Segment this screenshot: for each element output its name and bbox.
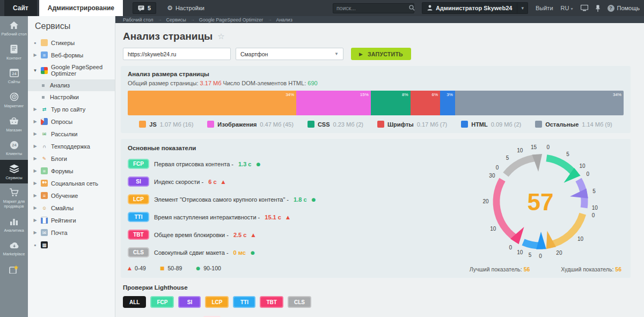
search-input[interactable] xyxy=(336,5,409,11)
bar-segment-js: 34% xyxy=(128,91,296,115)
menu-item-социальная-сеть[interactable]: ▶Социальная сеть xyxy=(28,177,115,189)
polls-icon xyxy=(41,118,48,125)
metric-badge-cls: CLS xyxy=(128,247,149,257)
menu-item-label: Настройки xyxy=(50,94,79,100)
menu-item-обучение[interactable]: ▶≡Обучение xyxy=(28,189,115,202)
breadcrumb-link[interactable]: Сервисы xyxy=(166,17,186,23)
url-input[interactable] xyxy=(123,48,231,60)
gauge-tick-label: 30 xyxy=(489,173,495,179)
expand-arrow-icon[interactable]: ▶ xyxy=(33,181,38,186)
sidebar-item-shop[interactable]: Магазин xyxy=(0,112,28,136)
tour-icon: ⇄ xyxy=(41,106,48,113)
device-select[interactable]: Смартфон ▼ xyxy=(236,48,343,60)
menu-item-почта[interactable]: ▶✉Почта xyxy=(28,226,115,239)
run-button[interactable]: ▶ ЗАПУСТИТЬ xyxy=(351,48,411,60)
tab-site[interactable]: Сайт xyxy=(4,0,37,16)
favorite-star-icon[interactable]: ☆ xyxy=(217,32,224,41)
sidebar-item-analytics[interactable]: Аналитика xyxy=(0,212,28,237)
gauge-tick-label: 10 xyxy=(517,249,523,255)
home-icon xyxy=(9,20,19,31)
menu-item-label: Рассылки xyxy=(51,131,77,137)
gauge-pointer-cls xyxy=(532,154,543,172)
metric-label: Элемент "Отрисовка самого крупного конте… xyxy=(154,196,289,203)
collapse-arrow-icon[interactable]: ▼ xyxy=(33,68,38,73)
expand-arrow-icon[interactable]: ▶ xyxy=(33,230,38,235)
sidebar-item-content[interactable]: Контент xyxy=(0,40,28,64)
svg-text:24: 24 xyxy=(12,143,17,148)
menu-item-опросы[interactable]: ▶Опросы xyxy=(28,115,115,128)
menu-item-google-pagespeed-optimizer[interactable]: ▼Google PageSpeed Optimizer xyxy=(28,61,115,79)
expand-arrow-icon[interactable]: ▶ xyxy=(33,131,38,136)
menu-item-анализ[interactable]: Анализ xyxy=(28,79,115,91)
user-caret-icon[interactable]: ▾ xyxy=(517,3,528,13)
menu-item-label: Форумы xyxy=(51,168,73,174)
sidebar-item-home[interactable]: Рабочий стол xyxy=(0,16,28,40)
menu-item-рассылки[interactable]: ▶✉Рассылки xyxy=(28,128,115,140)
expand-arrow-icon[interactable]: ▶ xyxy=(33,144,38,149)
filter-pill-si[interactable]: SI xyxy=(178,296,201,308)
message-icon xyxy=(138,5,144,11)
menu-item-форумы[interactable]: ▶≡Форумы xyxy=(28,165,115,177)
mailing-icon: ✉ xyxy=(41,130,48,137)
expand-arrow-icon[interactable]: ▶ xyxy=(33,156,38,161)
menu-item-блоги[interactable]: ▶✎Блоги xyxy=(28,152,115,165)
filter-pill-tti[interactable]: TTI xyxy=(233,296,255,308)
metric-label: Индекс скорости - xyxy=(154,179,203,185)
metric-status-icon: ▲ xyxy=(286,215,290,220)
filter-pill-lcp[interactable]: LCP xyxy=(205,296,229,308)
svg-text:24: 24 xyxy=(12,71,17,76)
help-button[interactable]: ? Помощь xyxy=(608,5,640,12)
worst-score: Худший показатель: 56 xyxy=(561,266,621,272)
sidebar-item-services[interactable]: Сервисы xyxy=(0,160,28,184)
expand-arrow-icon[interactable]: ▶ xyxy=(33,205,38,210)
sidebar-item-marketplace[interactable]: Marketplace xyxy=(0,236,28,260)
sidebar-item-label: Сервисы xyxy=(5,176,22,181)
expand-arrow-icon[interactable]: ▶ xyxy=(33,193,38,198)
breadcrumb-link[interactable]: Анализ xyxy=(276,17,292,23)
expand-arrow-icon[interactable]: ▶ xyxy=(33,107,38,112)
monitor-icon[interactable] xyxy=(581,5,588,11)
gauge-pointer-tti xyxy=(536,232,546,249)
logout-link[interactable]: Выйти xyxy=(536,5,553,11)
reviews-star-icon xyxy=(9,264,19,275)
tab-administration[interactable]: Администрирование xyxy=(39,0,123,16)
metric-badge-fcp: FCP xyxy=(128,159,149,169)
menu-item-рейтинги[interactable]: ▶▌▐Рейтинги xyxy=(28,214,115,226)
user-menu[interactable]: Администратор Skyweb24 ▾ xyxy=(422,2,528,14)
sidebar-item-clients[interactable]: 24Клиенты xyxy=(0,136,28,160)
menu-title: Сервисы xyxy=(28,16,115,36)
menu-item-смайлы[interactable]: ▶☺Смайлы xyxy=(28,202,115,214)
metric-label: Время наступления интерактивности - xyxy=(154,214,260,220)
breadcrumb-link[interactable]: Рабочий стол xyxy=(123,17,153,23)
filter-pill-cls[interactable]: CLS xyxy=(288,296,311,308)
expand-arrow-icon[interactable]: ▶ xyxy=(33,53,38,57)
sidebar-item-reviews-star[interactable] xyxy=(0,260,28,278)
dom-count-value: 690 xyxy=(308,80,317,86)
menu-item-настройки[interactable]: Настройки xyxy=(28,91,115,103)
sidebar-item-sites[interactable]: 24Сайты xyxy=(0,64,28,88)
search-icon[interactable] xyxy=(409,3,415,13)
sidebar-item-seller-market[interactable]: Маркет для продавцов xyxy=(0,183,28,212)
menu-item-app-dark[interactable]: ■▦ xyxy=(28,239,115,251)
expand-arrow-icon[interactable]: ▶ xyxy=(33,168,38,173)
main-content: Рабочий стол→Сервисы→Google PageSpeed Op… xyxy=(115,16,644,317)
menu-item-техподдержка[interactable]: ▶∩Техподдержка xyxy=(28,140,115,152)
filter-pill-tbt[interactable]: TBT xyxy=(260,296,283,308)
notifications-button[interactable]: 5 xyxy=(133,2,156,14)
filter-pill-all[interactable]: ALL xyxy=(123,296,146,308)
social-icon xyxy=(41,180,48,187)
expand-arrow-icon[interactable]: ▶ xyxy=(33,218,38,223)
topbar-settings-button[interactable]: ⚙ Настройки xyxy=(167,4,204,12)
menu-item-тур-по-сайту[interactable]: ▶⇄Тур по сайту xyxy=(28,103,115,115)
gauge-chart: 05100510010200510010203005101557 xyxy=(473,144,608,264)
menu-item-веб-формы[interactable]: ▶≡Веб-формы xyxy=(28,49,115,61)
menu-item-стикеры[interactable]: ■Стикеры xyxy=(28,36,115,49)
language-selector[interactable]: RU ▾ xyxy=(561,5,573,11)
legend-item-js: JS1.07 Мб (16) xyxy=(139,121,193,128)
filter-pill-fcp[interactable]: FCP xyxy=(150,296,174,308)
breadcrumb-link[interactable]: Google PageSpeed Optimizer xyxy=(199,17,264,23)
sidebar-item-marketing[interactable]: Маркетинг xyxy=(0,88,28,112)
pin-icon[interactable] xyxy=(596,5,600,12)
legend-swatch xyxy=(461,121,468,128)
expand-arrow-icon[interactable]: ▶ xyxy=(33,119,38,124)
